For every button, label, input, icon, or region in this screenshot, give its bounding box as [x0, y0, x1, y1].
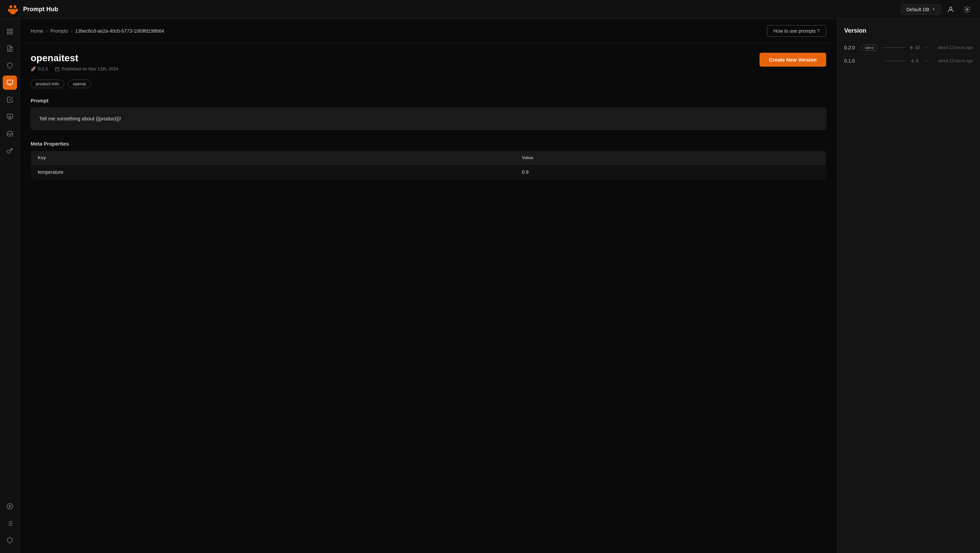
sidebar	[0, 19, 20, 553]
sidebar-item-list[interactable]	[3, 516, 17, 531]
version-commits-0-2-0: 10	[909, 45, 920, 50]
version-dots-0-2-0[interactable]: ···	[924, 44, 928, 51]
breadcrumb-bar: Home › Prompts › 13bec6cd-ae2a-40cb-b773…	[20, 19, 837, 43]
prompt-text: Tell me something about {{product}}!	[39, 116, 121, 121]
sidebar-item-prompt[interactable]	[3, 76, 17, 90]
tag-product-info: product-info	[30, 79, 64, 88]
svg-point-4	[10, 9, 16, 14]
version-item-0-2-0[interactable]: 0.2.0 latest 10 ··· about 13 hours ago	[844, 41, 973, 54]
sidebar-item-grid[interactable]	[3, 24, 17, 39]
sidebar-item-monitor[interactable]	[3, 110, 17, 124]
version-commit-count-0-2-0: 10	[915, 45, 920, 50]
create-version-button[interactable]: Create New Version	[759, 53, 826, 67]
main-panel: Home › Prompts › 13bec6cd-ae2a-40cb-b773…	[20, 19, 837, 553]
tags: product-info openai	[30, 79, 826, 88]
prompt-published-meta: Published on Nov 11th, 2024	[55, 66, 118, 72]
topbar: Prompt Hub Default DB ▼	[0, 0, 980, 19]
version-time-0-2-0: about 13 hours ago	[932, 45, 973, 50]
svg-marker-18	[9, 505, 11, 508]
version-commits-0-1-0: 0	[910, 59, 920, 63]
version-num-0-2-0: 0.2.0	[844, 45, 857, 50]
meta-table-row: temperature 0.9	[31, 165, 826, 180]
sidebar-item-shield2[interactable]	[3, 533, 17, 548]
topbar-left: Prompt Hub	[0, 3, 65, 16]
svg-rect-14	[7, 80, 13, 84]
db-selector-label: Default DB	[906, 7, 929, 12]
topbar-right: Default DB ▼	[901, 3, 973, 16]
prompt-name: openaitest	[30, 53, 118, 64]
version-time-0-1-0: about 13 hours ago	[932, 59, 973, 63]
sidebar-item-checklist[interactable]	[3, 92, 17, 107]
svg-rect-25	[56, 67, 59, 71]
calendar-icon	[55, 67, 60, 72]
app-logo	[7, 3, 19, 16]
meta-table-col-key: Key	[31, 151, 515, 165]
meta-table-col-value: Value	[515, 151, 826, 165]
prompt-meta: 🚀 0.2.0 Published on Nov 11	[30, 66, 118, 72]
svg-point-0	[10, 5, 12, 8]
version-track-0-2-0	[882, 47, 905, 48]
svg-point-34	[912, 60, 913, 62]
svg-point-1	[14, 5, 16, 8]
meta-key-temperature: temperature	[31, 165, 515, 180]
content-area: Home › Prompts › 13bec6cd-ae2a-40cb-b773…	[20, 19, 980, 553]
version-dots-0-1-0[interactable]: ···	[924, 58, 928, 64]
user-icon-button[interactable]	[945, 3, 957, 16]
page-header-left: openaitest 🚀 0.2.0	[30, 53, 118, 72]
how-to-button[interactable]: How to use prompts ?	[767, 25, 826, 37]
chevron-down-icon: ▼	[932, 8, 935, 11]
svg-rect-8	[10, 29, 12, 31]
meta-props-label: Meta Properties	[30, 141, 826, 146]
settings-icon-button[interactable]	[961, 3, 973, 16]
version-badge-latest: latest	[861, 44, 878, 51]
db-selector[interactable]: Default DB ▼	[901, 5, 940, 14]
svg-point-16	[7, 150, 10, 153]
prompt-version: 0.2.0	[38, 66, 48, 72]
version-track-0-1-0	[885, 60, 906, 61]
prompt-version-meta: 🚀 0.2.0	[30, 66, 48, 72]
version-commit-count-0-1-0: 0	[916, 59, 918, 63]
meta-table: Key Value temperature 0.9	[30, 151, 826, 180]
svg-rect-7	[7, 29, 9, 31]
rocket-icon: 🚀	[30, 66, 36, 72]
app-body: Home › Prompts › 13bec6cd-ae2a-40cb-b773…	[0, 19, 980, 553]
prompt-text-box: Tell me something about {{product}}!	[30, 108, 826, 130]
sidebar-item-key[interactable]	[3, 143, 17, 158]
sidebar-item-play[interactable]	[3, 499, 17, 513]
svg-point-29	[911, 47, 912, 48]
version-panel-title: Version	[844, 27, 973, 34]
page-content: openaitest 🚀 0.2.0	[20, 43, 837, 189]
svg-point-17	[7, 504, 13, 510]
tag-openai: openai	[68, 79, 91, 88]
prompt-published: Published on Nov 11th, 2024	[62, 66, 118, 72]
breadcrumb-sep-2: ›	[71, 28, 73, 34]
right-panel: Version 0.2.0 latest 10 ··· a	[837, 19, 980, 553]
svg-point-5	[950, 7, 952, 9]
breadcrumb-prompts[interactable]: Prompts	[50, 28, 68, 34]
sidebar-bottom	[3, 499, 17, 548]
page-header: openaitest 🚀 0.2.0	[30, 53, 826, 72]
app-title: Prompt Hub	[23, 6, 58, 13]
svg-rect-10	[10, 32, 12, 34]
breadcrumb: Home › Prompts › 13bec6cd-ae2a-40cb-b773…	[30, 28, 164, 34]
sidebar-item-stack[interactable]	[3, 127, 17, 141]
sidebar-item-docs[interactable]	[3, 41, 17, 56]
meta-value-temperature: 0.9	[515, 165, 826, 180]
sidebar-item-shield[interactable]	[3, 59, 17, 73]
svg-point-6	[966, 8, 968, 11]
prompt-section-label: Prompt	[30, 98, 826, 103]
version-item-0-1-0[interactable]: 0.1.0 0 ··· about 13 hours ago	[844, 54, 973, 67]
breadcrumb-home[interactable]: Home	[30, 28, 43, 34]
breadcrumb-sep-1: ›	[46, 28, 48, 34]
breadcrumb-current: 13bec6cd-ae2a-40cb-b773-1069fd198b64	[75, 28, 164, 34]
svg-rect-9	[7, 32, 9, 34]
version-num-0-1-0: 0.1.0	[844, 58, 857, 64]
